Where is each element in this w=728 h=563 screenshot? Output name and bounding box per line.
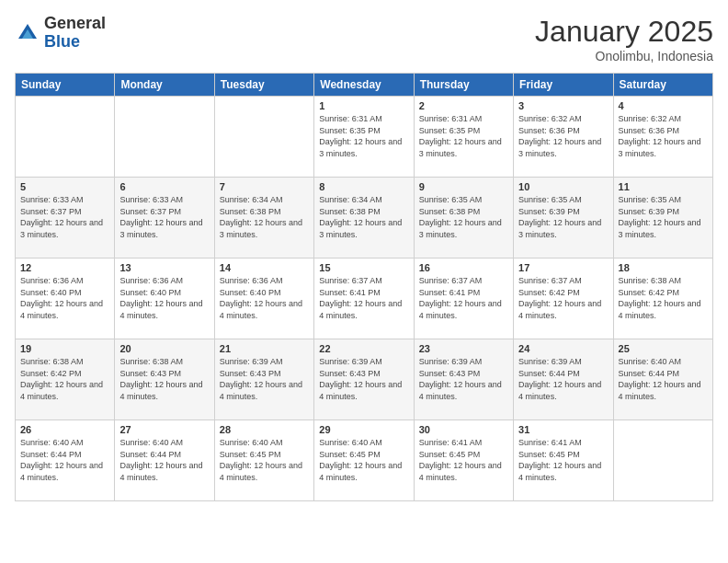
day-number: 16: [419, 262, 508, 273]
calendar-cell-2-5: 17 Sunrise: 6:37 AMSunset: 6:42 PMDaylig…: [514, 259, 613, 339]
logo: General Blue: [15, 15, 106, 52]
day-info: Sunrise: 6:37 AMSunset: 6:42 PMDaylight:…: [518, 276, 601, 320]
logo-general: General: [44, 15, 106, 33]
calendar-cell-2-2: 14 Sunrise: 6:36 AMSunset: 6:40 PMDaylig…: [214, 259, 313, 339]
calendar-cell-3-5: 24 Sunrise: 6:39 AMSunset: 6:44 PMDaylig…: [514, 339, 613, 420]
header-wednesday: Wednesday: [314, 74, 414, 97]
calendar: Sunday Monday Tuesday Wednesday Thursday…: [15, 73, 713, 501]
day-info: Sunrise: 6:35 AMSunset: 6:38 PMDaylight:…: [419, 195, 502, 239]
day-number: 9: [419, 181, 508, 192]
day-number: 31: [518, 424, 608, 435]
day-number: 15: [319, 262, 408, 273]
calendar-cell-1-2: 7 Sunrise: 6:34 AMSunset: 6:38 PMDayligh…: [214, 178, 313, 259]
day-number: 20: [119, 343, 209, 354]
day-number: 24: [518, 343, 608, 354]
week-row-4: 26 Sunrise: 6:40 AMSunset: 6:44 PMDaylig…: [16, 420, 713, 501]
calendar-cell-1-1: 6 Sunrise: 6:33 AMSunset: 6:37 PMDayligh…: [115, 178, 214, 259]
day-number: 6: [119, 181, 209, 192]
day-info: Sunrise: 6:40 AMSunset: 6:44 PMDaylight:…: [619, 357, 701, 401]
day-info: Sunrise: 6:36 AMSunset: 6:40 PMDaylight:…: [119, 276, 202, 320]
week-row-3: 19 Sunrise: 6:38 AMSunset: 6:42 PMDaylig…: [16, 339, 713, 420]
day-info: Sunrise: 6:38 AMSunset: 6:42 PMDaylight:…: [20, 357, 103, 401]
day-info: Sunrise: 6:31 AMSunset: 6:35 PMDaylight:…: [419, 114, 502, 158]
day-info: Sunrise: 6:40 AMSunset: 6:44 PMDaylight:…: [20, 438, 103, 482]
day-info: Sunrise: 6:33 AMSunset: 6:37 PMDaylight:…: [119, 195, 202, 239]
day-number: 5: [20, 181, 109, 192]
day-info: Sunrise: 6:41 AMSunset: 6:45 PMDaylight:…: [518, 438, 601, 482]
day-info: Sunrise: 6:39 AMSunset: 6:44 PMDaylight:…: [518, 357, 601, 401]
day-info: Sunrise: 6:34 AMSunset: 6:38 PMDaylight:…: [319, 195, 402, 239]
calendar-cell-1-6: 11 Sunrise: 6:35 AMSunset: 6:39 PMDaylig…: [613, 178, 712, 259]
day-number: 18: [619, 262, 708, 273]
calendar-cell-1-4: 9 Sunrise: 6:35 AMSunset: 6:38 PMDayligh…: [414, 178, 513, 259]
logo-icon: [15, 20, 40, 46]
day-number: 28: [220, 424, 309, 435]
calendar-cell-2-0: 12 Sunrise: 6:36 AMSunset: 6:40 PMDaylig…: [16, 259, 115, 339]
calendar-cell-1-3: 8 Sunrise: 6:34 AMSunset: 6:38 PMDayligh…: [314, 178, 414, 259]
location: Onolimbu, Indonesia: [535, 49, 713, 63]
day-info: Sunrise: 6:39 AMSunset: 6:43 PMDaylight:…: [419, 357, 502, 401]
week-row-2: 12 Sunrise: 6:36 AMSunset: 6:40 PMDaylig…: [16, 259, 713, 339]
calendar-cell-0-3: 1 Sunrise: 6:31 AMSunset: 6:35 PMDayligh…: [314, 97, 414, 178]
day-info: Sunrise: 6:36 AMSunset: 6:40 PMDaylight:…: [20, 276, 103, 320]
day-info: Sunrise: 6:35 AMSunset: 6:39 PMDaylight:…: [619, 195, 701, 239]
header-sunday: Sunday: [16, 74, 115, 97]
day-info: Sunrise: 6:32 AMSunset: 6:36 PMDaylight:…: [518, 114, 601, 158]
day-info: Sunrise: 6:40 AMSunset: 6:45 PMDaylight:…: [319, 438, 402, 482]
month-title: January 2025: [535, 15, 713, 49]
calendar-cell-1-5: 10 Sunrise: 6:35 AMSunset: 6:39 PMDaylig…: [514, 178, 613, 259]
day-info: Sunrise: 6:39 AMSunset: 6:43 PMDaylight:…: [319, 357, 402, 401]
calendar-cell-3-4: 23 Sunrise: 6:39 AMSunset: 6:43 PMDaylig…: [414, 339, 513, 420]
calendar-cell-4-6: [613, 420, 712, 501]
day-number: 11: [619, 181, 708, 192]
day-info: Sunrise: 6:36 AMSunset: 6:40 PMDaylight:…: [220, 276, 302, 320]
day-number: 3: [518, 100, 608, 111]
calendar-cell-4-3: 29 Sunrise: 6:40 AMSunset: 6:45 PMDaylig…: [314, 420, 414, 501]
day-info: Sunrise: 6:33 AMSunset: 6:37 PMDaylight:…: [20, 195, 103, 239]
day-number: 13: [119, 262, 209, 273]
header-thursday: Thursday: [414, 74, 513, 97]
page-container: General Blue January 2025 Onolimbu, Indo…: [0, 0, 728, 509]
calendar-cell-2-1: 13 Sunrise: 6:36 AMSunset: 6:40 PMDaylig…: [115, 259, 214, 339]
day-number: 25: [619, 343, 708, 354]
day-number: 4: [619, 100, 708, 111]
header-friday: Friday: [514, 74, 613, 97]
day-number: 26: [20, 424, 109, 435]
day-number: 21: [220, 343, 309, 354]
header: General Blue January 2025 Onolimbu, Indo…: [15, 15, 713, 63]
day-info: Sunrise: 6:37 AMSunset: 6:41 PMDaylight:…: [419, 276, 502, 320]
day-info: Sunrise: 6:38 AMSunset: 6:43 PMDaylight:…: [119, 357, 202, 401]
calendar-cell-3-1: 20 Sunrise: 6:38 AMSunset: 6:43 PMDaylig…: [115, 339, 214, 420]
calendar-cell-1-0: 5 Sunrise: 6:33 AMSunset: 6:37 PMDayligh…: [16, 178, 115, 259]
calendar-cell-3-6: 25 Sunrise: 6:40 AMSunset: 6:44 PMDaylig…: [613, 339, 712, 420]
day-info: Sunrise: 6:40 AMSunset: 6:44 PMDaylight:…: [119, 438, 202, 482]
day-info: Sunrise: 6:31 AMSunset: 6:35 PMDaylight:…: [319, 114, 402, 158]
day-number: 14: [220, 262, 309, 273]
logo-blue: Blue: [44, 33, 106, 52]
calendar-cell-4-5: 31 Sunrise: 6:41 AMSunset: 6:45 PMDaylig…: [514, 420, 613, 501]
calendar-cell-2-3: 15 Sunrise: 6:37 AMSunset: 6:41 PMDaylig…: [314, 259, 414, 339]
day-number: 23: [419, 343, 508, 354]
day-number: 27: [119, 424, 209, 435]
logo-text: General Blue: [44, 15, 106, 52]
header-tuesday: Tuesday: [214, 74, 313, 97]
day-info: Sunrise: 6:40 AMSunset: 6:45 PMDaylight:…: [220, 438, 302, 482]
weekday-header-row: Sunday Monday Tuesday Wednesday Thursday…: [16, 74, 713, 97]
title-section: January 2025 Onolimbu, Indonesia: [535, 15, 713, 63]
day-info: Sunrise: 6:39 AMSunset: 6:43 PMDaylight:…: [220, 357, 302, 401]
calendar-cell-3-3: 22 Sunrise: 6:39 AMSunset: 6:43 PMDaylig…: [314, 339, 414, 420]
day-info: Sunrise: 6:37 AMSunset: 6:41 PMDaylight:…: [319, 276, 402, 320]
calendar-cell-4-4: 30 Sunrise: 6:41 AMSunset: 6:45 PMDaylig…: [414, 420, 513, 501]
day-number: 19: [20, 343, 109, 354]
calendar-cell-0-0: [16, 97, 115, 178]
calendar-cell-2-6: 18 Sunrise: 6:38 AMSunset: 6:42 PMDaylig…: [613, 259, 712, 339]
day-number: 1: [319, 100, 408, 111]
week-row-1: 5 Sunrise: 6:33 AMSunset: 6:37 PMDayligh…: [16, 178, 713, 259]
day-number: 7: [220, 181, 309, 192]
week-row-0: 1 Sunrise: 6:31 AMSunset: 6:35 PMDayligh…: [16, 97, 713, 178]
header-saturday: Saturday: [613, 74, 712, 97]
day-info: Sunrise: 6:35 AMSunset: 6:39 PMDaylight:…: [518, 195, 601, 239]
day-number: 22: [319, 343, 408, 354]
calendar-cell-0-5: 3 Sunrise: 6:32 AMSunset: 6:36 PMDayligh…: [514, 97, 613, 178]
calendar-cell-0-6: 4 Sunrise: 6:32 AMSunset: 6:36 PMDayligh…: [613, 97, 712, 178]
